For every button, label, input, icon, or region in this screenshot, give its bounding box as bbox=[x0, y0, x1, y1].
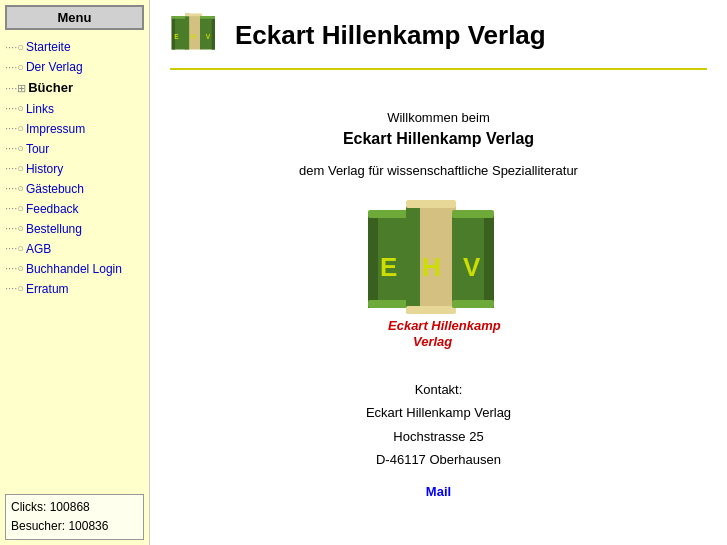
contact-city: D-46117 Oberhausen bbox=[376, 452, 501, 467]
nav-item-b-cher[interactable]: ····⊞ Bücher bbox=[5, 77, 149, 99]
contact-label: Kontakt: bbox=[415, 382, 463, 397]
clicks-value: 100868 bbox=[50, 500, 90, 514]
contact-section: Kontakt: Eckart Hillenkamp Verlag Hochst… bbox=[299, 378, 578, 503]
nav-item-history[interactable]: ····○ History bbox=[5, 159, 149, 179]
nav-item-links[interactable]: ····○ Links bbox=[5, 99, 149, 119]
sidebar-stats: Clicks: 100868 Besucher: 100836 bbox=[5, 494, 144, 540]
svg-text:H: H bbox=[191, 33, 196, 40]
nav-item-link[interactable]: Impressum bbox=[26, 120, 85, 138]
svg-rect-4 bbox=[185, 14, 189, 50]
nav-item-erratum[interactable]: ····○ Erratum bbox=[5, 279, 149, 299]
nav-item-link[interactable]: Der Verlag bbox=[26, 58, 83, 76]
clicks-stat: Clicks: 100868 bbox=[11, 498, 138, 517]
nav-bullet: ····○ bbox=[5, 280, 24, 297]
clicks-label: Clicks: bbox=[11, 500, 46, 514]
svg-text:V: V bbox=[206, 33, 211, 40]
sidebar-nav: ····○ Starteite····○ Der Verlag····⊞ Büc… bbox=[0, 35, 149, 489]
nav-item-impressum[interactable]: ····○ Impressum bbox=[5, 119, 149, 139]
svg-text:H: H bbox=[422, 252, 441, 282]
nav-bullet: ····○ bbox=[5, 59, 24, 76]
nav-bullet: ····○ bbox=[5, 100, 24, 117]
nav-bullet: ····⊞ bbox=[5, 80, 26, 97]
header-logo-icon: E H V bbox=[170, 10, 220, 60]
nav-item-starteite[interactable]: ····○ Starteite bbox=[5, 37, 149, 57]
header-bar: E H V Eckart Hillenkamp Verlag bbox=[170, 10, 707, 70]
svg-rect-14 bbox=[368, 210, 410, 218]
nav-item-link[interactable]: Erratum bbox=[26, 280, 69, 298]
svg-text:V: V bbox=[463, 252, 481, 282]
nav-item-link[interactable]: Links bbox=[26, 100, 54, 118]
tagline: dem Verlag für wissenschaftliche Spezial… bbox=[299, 163, 578, 178]
nav-item-link[interactable]: History bbox=[26, 160, 63, 178]
svg-rect-22 bbox=[452, 210, 494, 218]
nav-bullet: ····○ bbox=[5, 220, 24, 237]
svg-rect-19 bbox=[406, 306, 456, 314]
nav-item-link[interactable]: Starteite bbox=[26, 38, 71, 56]
main-content: E H V Eckart Hillenkamp Verlag Willkomme… bbox=[150, 0, 727, 545]
nav-item-link[interactable]: Tour bbox=[26, 140, 49, 158]
nav-item-bestellung[interactable]: ····○ Bestellung bbox=[5, 219, 149, 239]
contact-name: Eckart Hillenkamp Verlag bbox=[366, 405, 511, 420]
nav-item-g-stebuch[interactable]: ····○ Gästebuch bbox=[5, 179, 149, 199]
visitors-value: 100836 bbox=[68, 519, 108, 533]
svg-rect-23 bbox=[452, 300, 494, 308]
visitors-stat: Besucher: 100836 bbox=[11, 517, 138, 536]
nav-item-link[interactable]: Buchhandel Login bbox=[26, 260, 122, 278]
welcome-text: Willkommen beim bbox=[299, 110, 578, 125]
svg-rect-7 bbox=[212, 16, 215, 49]
site-title: Eckart Hillenkamp Verlag bbox=[235, 20, 546, 51]
contact-street: Hochstrasse 25 bbox=[393, 429, 483, 444]
nav-bullet: ····○ bbox=[5, 180, 24, 197]
sidebar-menu-header: Menu bbox=[5, 5, 144, 30]
nav-bullet: ····○ bbox=[5, 200, 24, 217]
nav-bullet: ····○ bbox=[5, 140, 24, 157]
svg-text:Verlag: Verlag bbox=[413, 334, 452, 349]
nav-item-agb[interactable]: ····○ AGB bbox=[5, 239, 149, 259]
nav-bullet: ····○ bbox=[5, 120, 24, 137]
welcome-section: Willkommen beim Eckart Hillenkamp Verlag… bbox=[299, 110, 578, 503]
svg-rect-5 bbox=[185, 14, 202, 17]
nav-item-der-verlag[interactable]: ····○ Der Verlag bbox=[5, 57, 149, 77]
nav-bullet: ····○ bbox=[5, 160, 24, 177]
svg-rect-18 bbox=[406, 200, 456, 208]
nav-bullet: ····○ bbox=[5, 240, 24, 257]
svg-rect-21 bbox=[484, 213, 494, 308]
svg-text:E: E bbox=[174, 33, 179, 40]
svg-rect-15 bbox=[368, 300, 410, 308]
nav-item-link[interactable]: Feedback bbox=[26, 200, 79, 218]
nav-bullet: ····○ bbox=[5, 260, 24, 277]
visitors-label: Besucher: bbox=[11, 519, 65, 533]
svg-rect-2 bbox=[172, 16, 187, 19]
svg-text:Eckart Hillenkamp: Eckart Hillenkamp bbox=[388, 318, 501, 333]
nav-item-link[interactable]: Gästebuch bbox=[26, 180, 84, 198]
sidebar: Menu ····○ Starteite····○ Der Verlag····… bbox=[0, 0, 150, 545]
nav-item-buchhandel-login[interactable]: ····○ Buchhandel Login bbox=[5, 259, 149, 279]
main-logo-area: E H V Eckart Hillenkamp Verlag bbox=[358, 198, 518, 358]
nav-bullet: ····○ bbox=[5, 39, 24, 56]
nav-item-label: Bücher bbox=[28, 78, 73, 98]
svg-text:E: E bbox=[380, 252, 397, 282]
nav-item-tour[interactable]: ····○ Tour bbox=[5, 139, 149, 159]
svg-rect-17 bbox=[406, 203, 420, 313]
nav-item-feedback[interactable]: ····○ Feedback bbox=[5, 199, 149, 219]
company-name-bold: Eckart Hillenkamp Verlag bbox=[299, 130, 578, 148]
nav-item-link[interactable]: Bestellung bbox=[26, 220, 82, 238]
mail-link[interactable]: Mail bbox=[426, 484, 451, 499]
svg-rect-13 bbox=[368, 213, 378, 308]
svg-rect-8 bbox=[200, 16, 215, 19]
main-logo-svg: E H V Eckart Hillenkamp Verlag bbox=[358, 198, 518, 358]
nav-item-link[interactable]: AGB bbox=[26, 240, 51, 258]
